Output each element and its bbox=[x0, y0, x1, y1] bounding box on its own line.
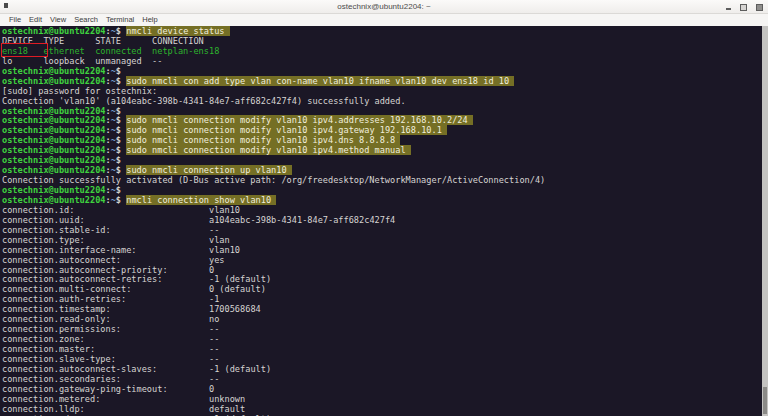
prompt-user: ostechnix@ubuntu2204 bbox=[2, 76, 105, 86]
prompt-user: ostechnix@ubuntu2204 bbox=[2, 106, 105, 116]
prompt-user: ostechnix@ubuntu2204 bbox=[2, 145, 105, 155]
command-text: sudo nmcli con add type vlan con-name vl… bbox=[126, 76, 514, 86]
prompt-user: ostechnix@ubuntu2204 bbox=[2, 26, 105, 36]
prompt-symbol: $ bbox=[116, 195, 126, 205]
property-value: -- bbox=[209, 354, 219, 364]
prompt-symbol: $ bbox=[116, 185, 126, 195]
output-text: DEVICE TYPE STATE CONNECTION bbox=[2, 36, 204, 46]
menu-item-edit[interactable]: Edit bbox=[25, 14, 46, 26]
prompt-symbol: $ bbox=[116, 66, 126, 76]
property-value: yes bbox=[209, 255, 225, 265]
menu-item-search[interactable]: Search bbox=[70, 14, 102, 26]
prompt-symbol: $ bbox=[116, 76, 126, 86]
output-text: Connection 'vlan10' (a104eabc-398b-4341-… bbox=[2, 96, 406, 106]
scrollbar-thumb[interactable] bbox=[763, 387, 767, 414]
output-text: [sudo] password for ostechnix: bbox=[2, 86, 157, 96]
menubar: FileEditViewSearchTerminalHelp bbox=[0, 14, 768, 26]
titlebar[interactable]: ostechnix@ubuntu2204: ~ bbox=[0, 0, 768, 14]
terminal-line: connection.gateway-ping-timeout:0 bbox=[2, 385, 768, 395]
menu-item-help[interactable]: Help bbox=[138, 14, 161, 26]
terminal-line: connection.uuid:a104eabc-398b-4341-84e7-… bbox=[2, 216, 768, 226]
terminal-line: connection.timestamp:1700568684 bbox=[2, 305, 768, 315]
menu-item-terminal[interactable]: Terminal bbox=[102, 14, 138, 26]
property-value: vlan10 bbox=[209, 205, 240, 215]
window-controls bbox=[726, 0, 763, 14]
terminal-screen[interactable]: ostechnix@ubuntu2204:~$ nmcli device sta… bbox=[0, 26, 768, 416]
property-value: -1 bbox=[209, 294, 219, 304]
property-value: -- bbox=[209, 374, 219, 384]
terminal-line: connection.autoconnect:yes bbox=[2, 256, 768, 266]
property-value: -- bbox=[209, 225, 219, 235]
output-text: ens18 ethernet connected netplan-ens18 bbox=[2, 46, 219, 56]
app-icon bbox=[4, 3, 8, 8]
prompt-symbol: $ bbox=[116, 115, 126, 125]
property-value: a104eabc-398b-4341-84e7-aff682c427f4 bbox=[209, 215, 395, 225]
output-text: lo loopback unmanaged -- bbox=[2, 56, 162, 66]
window-title: ostechnix@ubuntu2204: ~ bbox=[0, 0, 768, 14]
prompt-symbol: $ bbox=[116, 155, 126, 165]
property-value: -- bbox=[209, 334, 219, 344]
minimize-icon[interactable] bbox=[726, 8, 731, 10]
prompt-symbol: $ bbox=[116, 125, 126, 135]
property-value: -- bbox=[209, 324, 219, 334]
command-text: sudo nmcli connection modify vlan10 ipv4… bbox=[126, 135, 400, 145]
property-value: vlan bbox=[209, 235, 230, 245]
property-value: default bbox=[209, 404, 245, 414]
terminal-line: connection.auth-retries:-1 bbox=[2, 295, 768, 305]
command-text: sudo nmcli connection up vlan10 bbox=[126, 165, 292, 175]
command-text: sudo nmcli connection modify vlan10 ipv4… bbox=[126, 115, 473, 125]
prompt-user: ostechnix@ubuntu2204 bbox=[2, 115, 105, 125]
prompt-user: ostechnix@ubuntu2204 bbox=[2, 185, 105, 195]
property-value: -- bbox=[209, 344, 219, 354]
terminal-window: ostechnix@ubuntu2204: ~ FileEditViewSear… bbox=[0, 0, 768, 416]
prompt-user: ostechnix@ubuntu2204 bbox=[2, 195, 105, 205]
prompt-symbol: $ bbox=[116, 145, 126, 155]
terminal-line: ostechnix@ubuntu2204:~$ nmcli connection… bbox=[2, 196, 768, 206]
prompt-symbol: $ bbox=[116, 106, 126, 116]
prompt-user: ostechnix@ubuntu2204 bbox=[2, 125, 105, 135]
command-text: nmcli connection show vlan10 bbox=[126, 195, 276, 205]
menu-item-view[interactable]: View bbox=[46, 14, 70, 26]
property-value: -1 (default) bbox=[209, 364, 271, 374]
property-value: 0 bbox=[209, 384, 214, 394]
terminal-line: connection.master:-- bbox=[2, 345, 768, 355]
scrollbar[interactable] bbox=[762, 26, 768, 416]
terminal-line: connection.lldp:default bbox=[2, 405, 768, 415]
terminal-line: connection.stable-id:-- bbox=[2, 226, 768, 236]
prompt-user: ostechnix@ubuntu2204 bbox=[2, 135, 105, 145]
property-value: -1 (default) bbox=[209, 274, 271, 284]
prompt-symbol: $ bbox=[116, 26, 126, 36]
property-value: 0 (default) bbox=[209, 284, 266, 294]
terminal-line: connection.zone:-- bbox=[2, 335, 768, 345]
maximize-icon[interactable] bbox=[740, 4, 747, 11]
prompt-symbol: $ bbox=[116, 135, 126, 145]
output-text: Connection successfully activated (D-Bus… bbox=[2, 175, 545, 185]
prompt-user: ostechnix@ubuntu2204 bbox=[2, 155, 105, 165]
property-value: no bbox=[209, 314, 219, 324]
terminal-output: ostechnix@ubuntu2204:~$ nmcli device sta… bbox=[2, 27, 768, 416]
command-text: nmcli device status bbox=[126, 26, 229, 36]
menu-item-file[interactable]: File bbox=[5, 14, 25, 26]
command-text: sudo nmcli connection modify vlan10 ipv4… bbox=[126, 145, 411, 155]
prompt-user: ostechnix@ubuntu2204 bbox=[2, 165, 105, 175]
close-icon[interactable] bbox=[756, 4, 763, 11]
property-value: unknown bbox=[209, 394, 245, 404]
terminal-line: connection.metered:unknown bbox=[2, 395, 768, 405]
property-value: vlan10 bbox=[209, 245, 240, 255]
terminal-line: connection.permissions:-- bbox=[2, 325, 768, 335]
command-text: sudo nmcli connection modify vlan10 ipv4… bbox=[126, 125, 447, 135]
property-value: 0 bbox=[209, 265, 214, 275]
prompt-symbol: $ bbox=[116, 165, 126, 175]
property-value: 1700568684 bbox=[209, 304, 261, 314]
prompt-user: ostechnix@ubuntu2204 bbox=[2, 66, 105, 76]
